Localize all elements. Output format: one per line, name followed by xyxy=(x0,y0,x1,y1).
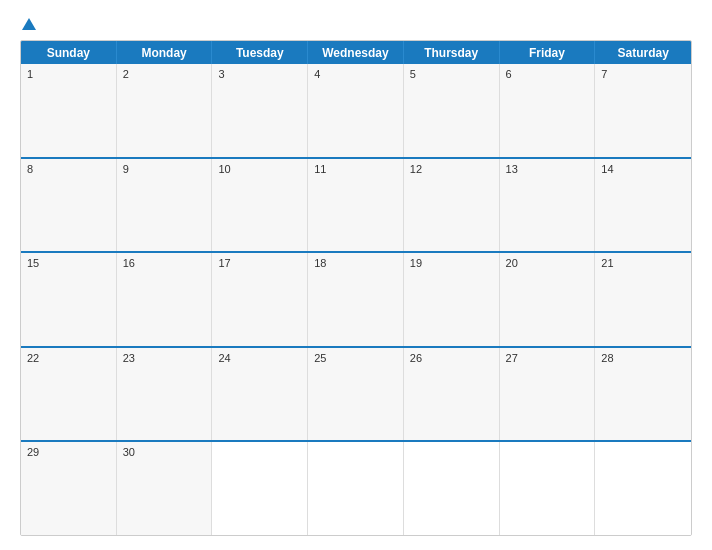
day-cell: 28 xyxy=(595,348,691,441)
day-cell: 4 xyxy=(308,64,404,157)
calendar-page: SundayMondayTuesdayWednesdayThursdayFrid… xyxy=(0,0,712,550)
day-number: 18 xyxy=(314,257,397,269)
day-cell xyxy=(595,442,691,535)
day-cell: 17 xyxy=(212,253,308,346)
week-row-1: 891011121314 xyxy=(21,157,691,252)
day-number: 19 xyxy=(410,257,493,269)
day-cell: 10 xyxy=(212,159,308,252)
day-number: 3 xyxy=(218,68,301,80)
day-header-monday: Monday xyxy=(117,41,213,64)
day-cell: 29 xyxy=(21,442,117,535)
day-cell: 13 xyxy=(500,159,596,252)
day-headers-row: SundayMondayTuesdayWednesdayThursdayFrid… xyxy=(21,41,691,64)
day-number: 14 xyxy=(601,163,685,175)
day-number: 15 xyxy=(27,257,110,269)
day-cell: 1 xyxy=(21,64,117,157)
day-number: 23 xyxy=(123,352,206,364)
day-header-thursday: Thursday xyxy=(404,41,500,64)
day-cell: 16 xyxy=(117,253,213,346)
day-cell: 25 xyxy=(308,348,404,441)
weeks-container: 1234567891011121314151617181920212223242… xyxy=(21,64,691,535)
logo xyxy=(20,18,36,30)
day-number: 24 xyxy=(218,352,301,364)
day-cell: 24 xyxy=(212,348,308,441)
day-cell: 23 xyxy=(117,348,213,441)
day-number: 7 xyxy=(601,68,685,80)
day-cell: 26 xyxy=(404,348,500,441)
day-cell: 12 xyxy=(404,159,500,252)
day-cell: 21 xyxy=(595,253,691,346)
day-header-wednesday: Wednesday xyxy=(308,41,404,64)
week-row-3: 22232425262728 xyxy=(21,346,691,441)
day-number: 21 xyxy=(601,257,685,269)
week-row-2: 15161718192021 xyxy=(21,251,691,346)
header xyxy=(20,18,692,30)
day-number: 11 xyxy=(314,163,397,175)
day-number: 8 xyxy=(27,163,110,175)
day-cell: 30 xyxy=(117,442,213,535)
day-cell xyxy=(308,442,404,535)
day-cell: 9 xyxy=(117,159,213,252)
day-number: 1 xyxy=(27,68,110,80)
day-cell: 18 xyxy=(308,253,404,346)
day-number: 9 xyxy=(123,163,206,175)
day-number: 30 xyxy=(123,446,206,458)
day-cell: 5 xyxy=(404,64,500,157)
day-number: 2 xyxy=(123,68,206,80)
day-cell: 27 xyxy=(500,348,596,441)
day-number: 27 xyxy=(506,352,589,364)
day-number: 12 xyxy=(410,163,493,175)
day-cell: 20 xyxy=(500,253,596,346)
week-row-4: 2930 xyxy=(21,440,691,535)
day-header-saturday: Saturday xyxy=(595,41,691,64)
day-cell xyxy=(212,442,308,535)
day-cell: 6 xyxy=(500,64,596,157)
day-cell xyxy=(404,442,500,535)
day-number: 29 xyxy=(27,446,110,458)
day-number: 25 xyxy=(314,352,397,364)
calendar-grid: SundayMondayTuesdayWednesdayThursdayFrid… xyxy=(20,40,692,536)
day-number: 26 xyxy=(410,352,493,364)
day-number: 22 xyxy=(27,352,110,364)
day-number: 13 xyxy=(506,163,589,175)
day-header-sunday: Sunday xyxy=(21,41,117,64)
day-cell xyxy=(500,442,596,535)
day-number: 10 xyxy=(218,163,301,175)
day-number: 20 xyxy=(506,257,589,269)
day-cell: 7 xyxy=(595,64,691,157)
logo-triangle-icon xyxy=(22,18,36,30)
day-cell: 8 xyxy=(21,159,117,252)
day-cell: 3 xyxy=(212,64,308,157)
day-number: 17 xyxy=(218,257,301,269)
day-number: 16 xyxy=(123,257,206,269)
day-header-tuesday: Tuesday xyxy=(212,41,308,64)
week-row-0: 1234567 xyxy=(21,64,691,157)
day-number: 28 xyxy=(601,352,685,364)
day-number: 6 xyxy=(506,68,589,80)
day-cell: 11 xyxy=(308,159,404,252)
day-cell: 14 xyxy=(595,159,691,252)
day-cell: 2 xyxy=(117,64,213,157)
day-number: 5 xyxy=(410,68,493,80)
day-cell: 22 xyxy=(21,348,117,441)
day-number: 4 xyxy=(314,68,397,80)
day-cell: 15 xyxy=(21,253,117,346)
day-cell: 19 xyxy=(404,253,500,346)
day-header-friday: Friday xyxy=(500,41,596,64)
